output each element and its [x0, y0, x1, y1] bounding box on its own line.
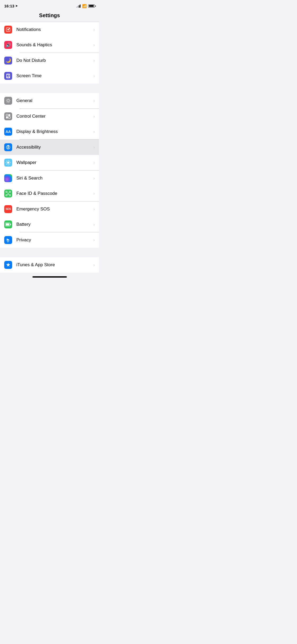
svg-line-13 [9, 102, 10, 102]
siri-chevron: › [93, 176, 95, 180]
display-chevron: › [93, 130, 95, 134]
emergencysos-label: Emergency SOS [16, 206, 91, 212]
settings-section-2: General › Control Center › AA Display & … [0, 93, 99, 248]
general-chevron: › [93, 99, 95, 103]
notifications-chevron: › [93, 27, 95, 32]
display-icon: AA [4, 128, 12, 136]
accessibility-icon [4, 143, 12, 151]
faceid-chevron: › [93, 191, 95, 196]
battery-row[interactable]: Battery › [0, 217, 99, 232]
svg-point-31 [6, 161, 7, 162]
dnd-label: Do Not Disturb [16, 58, 91, 63]
accessibility-row[interactable]: Accessibility › [0, 140, 99, 155]
general-row[interactable]: General › [0, 93, 99, 108]
svg-point-30 [10, 162, 11, 163]
signal-icon [76, 4, 81, 8]
sounds-label: Sounds & Haptics [16, 42, 91, 48]
emergencysos-row[interactable]: SOS Emergency SOS › [0, 201, 99, 217]
accessibility-label: Accessibility [16, 145, 91, 150]
svg-rect-43 [6, 223, 9, 226]
page-title: Settings [0, 10, 99, 22]
svg-point-40 [9, 193, 9, 193]
battery-icon [4, 220, 12, 228]
sounds-icon: 🔊 [4, 41, 12, 49]
svg-point-7 [7, 100, 9, 102]
screentime-chevron: › [93, 74, 95, 78]
svg-line-25 [9, 148, 9, 149]
display-label: Display & Brightness [16, 129, 91, 134]
svg-point-3 [9, 27, 10, 29]
privacy-icon [4, 236, 12, 244]
display-row[interactable]: AA Display & Brightness › [0, 124, 99, 139]
battery-chevron: › [93, 222, 95, 227]
svg-rect-19 [8, 117, 10, 118]
svg-rect-17 [8, 114, 10, 116]
svg-point-28 [8, 164, 9, 165]
faceid-label: Face ID & Passcode [16, 191, 91, 196]
section-gap-2 [0, 248, 99, 257]
svg-point-33 [9, 161, 10, 162]
wallpaper-chevron: › [93, 160, 95, 165]
faceid-row[interactable]: Face ID & Passcode › [0, 186, 99, 201]
controlcenter-label: Control Center [16, 114, 91, 119]
settings-section-1: Notifications › 🔊 Sounds & Haptics › 🌙 D… [0, 22, 99, 84]
svg-rect-18 [6, 117, 8, 118]
svg-line-12 [7, 99, 7, 99]
siri-icon [4, 174, 12, 182]
emergencysos-icon: SOS [4, 205, 12, 213]
svg-rect-16 [6, 114, 8, 116]
screentime-row[interactable]: Screen Time › [0, 68, 99, 84]
svg-rect-38 [9, 195, 11, 196]
sounds-chevron: › [93, 43, 95, 47]
battery-status-icon [88, 4, 95, 8]
svg-point-29 [6, 162, 7, 163]
svg-rect-44 [10, 224, 11, 225]
svg-rect-35 [6, 191, 7, 192]
privacy-row[interactable]: Privacy › [0, 232, 99, 248]
emergencysos-chevron: › [93, 207, 95, 211]
accessibility-chevron: › [93, 145, 95, 149]
faceid-icon [4, 190, 12, 197]
wallpaper-label: Wallpaper [16, 160, 91, 165]
siri-label: Siri & Search [16, 176, 91, 181]
controlcenter-icon [4, 112, 12, 120]
wallpaper-row[interactable]: Wallpaper › [0, 155, 99, 170]
bottom-section [0, 273, 99, 280]
privacy-label: Privacy [16, 237, 91, 243]
itunes-section: iTunes & App Store › [0, 257, 99, 273]
siri-row[interactable]: Siri & Search › [0, 171, 99, 186]
notifications-label: Notifications [16, 27, 91, 32]
itunes-chevron: › [93, 263, 95, 267]
sounds-row[interactable]: 🔊 Sounds & Haptics › [0, 37, 99, 53]
privacy-chevron: › [93, 238, 95, 242]
battery-label: Battery [16, 222, 91, 227]
dnd-icon: 🌙 [4, 57, 12, 65]
section-gap-1 [0, 84, 99, 93]
screentime-label: Screen Time [16, 73, 91, 79]
screentime-icon [4, 72, 12, 80]
dnd-row[interactable]: 🌙 Do Not Disturb › [0, 53, 99, 68]
itunes-label: iTunes & App Store [16, 262, 91, 268]
svg-point-39 [7, 193, 8, 193]
status-bar: 16:13 ➤ 📶 [0, 0, 99, 10]
controlcenter-row[interactable]: Control Center › [0, 109, 99, 124]
notifications-row[interactable]: Notifications › [0, 22, 99, 37]
svg-point-34 [6, 164, 7, 164]
svg-rect-6 [7, 77, 9, 78]
time-display: 16:13 [4, 4, 14, 8]
controlcenter-chevron: › [93, 114, 95, 118]
svg-point-27 [8, 160, 9, 161]
location-icon: ➤ [15, 4, 18, 8]
itunes-icon [4, 261, 12, 269]
home-indicator [32, 276, 67, 278]
itunes-row[interactable]: iTunes & App Store › [0, 257, 99, 273]
svg-line-24 [7, 148, 8, 149]
svg-point-32 [9, 164, 10, 164]
svg-rect-37 [6, 195, 7, 196]
dnd-chevron: › [93, 58, 95, 63]
wifi-icon: 📶 [82, 4, 87, 8]
svg-point-26 [7, 162, 9, 164]
status-icons: 📶 [76, 4, 95, 8]
notifications-icon [4, 26, 12, 34]
svg-rect-36 [9, 191, 11, 192]
